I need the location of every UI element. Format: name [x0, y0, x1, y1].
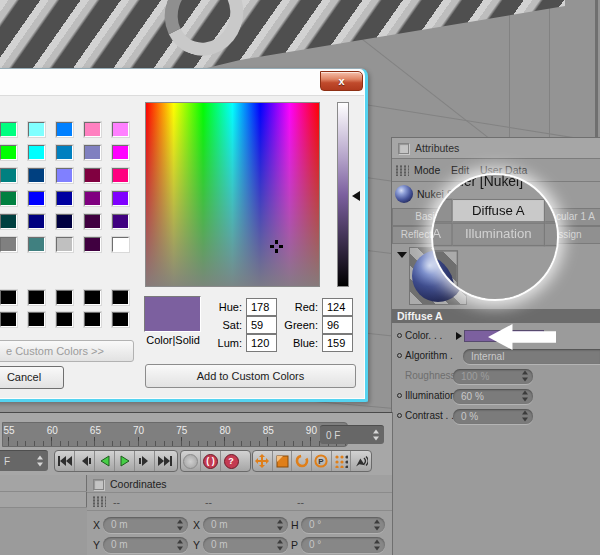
- color-swatch[interactable]: [84, 122, 101, 137]
- tab-diffuse-a[interactable]: Diffuse A: [453, 199, 545, 223]
- define-custom-colors-button[interactable]: e Custom Colors >>: [0, 340, 134, 362]
- stepper-icon[interactable]: [374, 540, 381, 551]
- color-swatch[interactable]: [112, 214, 129, 229]
- tab-illumination[interactable]: Illumination: [453, 222, 545, 246]
- previous-frame-button[interactable]: [75, 451, 95, 471]
- blue-input[interactable]: 159: [322, 334, 353, 352]
- anim-dot-icon[interactable]: [397, 413, 402, 418]
- color-swatch[interactable]: [112, 122, 129, 137]
- tab-reflection-a[interactable]: Reflection A: [433, 222, 453, 246]
- color-swatch[interactable]: [112, 312, 129, 327]
- color-swatch[interactable]: [28, 290, 45, 305]
- expand-triangle-icon[interactable]: [397, 252, 407, 258]
- grip-icon[interactable]: [395, 165, 409, 176]
- perspective-tool-icon[interactable]: P: [312, 451, 332, 471]
- color-swatch[interactable]: [84, 237, 101, 252]
- coord-h-input[interactable]: 0 °: [301, 517, 385, 533]
- coord-x-scale-input[interactable]: 0 m: [203, 517, 288, 533]
- roughness-input[interactable]: 100 %: [453, 369, 533, 384]
- grip-icon[interactable]: [92, 496, 106, 507]
- color-swatch[interactable]: [56, 290, 73, 305]
- anim-dot-icon[interactable]: [397, 333, 402, 338]
- cancel-button[interactable]: Cancel: [0, 366, 64, 389]
- play-forwards-button[interactable]: [115, 451, 135, 471]
- frame-end-field[interactable]: 0 F: [320, 425, 384, 444]
- color-swatch[interactable]: [0, 312, 17, 327]
- luminance-slider[interactable]: [337, 102, 349, 287]
- luminance-slider-handle[interactable]: [352, 191, 360, 201]
- algorithm-dropdown[interactable]: Internal: [463, 349, 600, 364]
- color-swatch[interactable]: [112, 237, 129, 252]
- stepper-icon[interactable]: [277, 520, 284, 531]
- panel-checkbox-icon[interactable]: [93, 479, 104, 490]
- close-icon[interactable]: x: [320, 71, 363, 91]
- color-swatch[interactable]: [28, 191, 45, 206]
- color-swatch[interactable]: [28, 145, 45, 160]
- play-backwards-button[interactable]: [95, 451, 115, 471]
- stepper-icon[interactable]: [177, 520, 184, 531]
- color-swatch[interactable]: [84, 191, 101, 206]
- timeline-ruler[interactable]: 5560657075808590: [2, 422, 348, 447]
- color-swatch[interactable]: [56, 214, 73, 229]
- color-swatch[interactable]: [28, 312, 45, 327]
- color-swatch[interactable]: [84, 290, 101, 305]
- contrast-input[interactable]: 0 %: [453, 409, 533, 424]
- stepper-icon[interactable]: [37, 456, 44, 467]
- red-input[interactable]: 124: [322, 298, 353, 316]
- color-swatch[interactable]: [56, 191, 73, 206]
- move-tool-icon[interactable]: [253, 451, 273, 471]
- next-frame-button[interactable]: [135, 451, 155, 471]
- illumination-input[interactable]: 60 %: [453, 389, 533, 404]
- color-swatch[interactable]: [0, 214, 17, 229]
- keyframe-record-button[interactable]: ( ): [201, 451, 221, 471]
- green-input[interactable]: 96: [322, 316, 353, 334]
- color-swatch[interactable]: [56, 168, 73, 183]
- go-to-start-button[interactable]: [55, 451, 75, 471]
- coord-p-input[interactable]: 0 °: [301, 537, 385, 553]
- color-swatch[interactable]: [56, 145, 73, 160]
- current-frame-field[interactable]: F: [0, 450, 48, 471]
- stepper-icon[interactable]: [522, 411, 529, 422]
- anim-dot-icon[interactable]: [397, 353, 402, 358]
- color-swatch[interactable]: [28, 122, 45, 137]
- color-crosshair-icon[interactable]: [270, 240, 283, 253]
- color-swatch[interactable]: [84, 168, 101, 183]
- coord-y-scale-input[interactable]: 0 m: [203, 537, 288, 553]
- anim-dot-icon[interactable]: [397, 393, 402, 398]
- color-swatch[interactable]: [28, 237, 45, 252]
- color-swatch[interactable]: [112, 168, 129, 183]
- panel-checkbox-icon[interactable]: [398, 143, 409, 154]
- color-swatch[interactable]: [0, 168, 17, 183]
- color-swatch[interactable]: [84, 312, 101, 327]
- coord-y-pos-input[interactable]: 0 m: [103, 537, 188, 553]
- color-swatch[interactable]: [0, 145, 17, 160]
- stepper-icon[interactable]: [522, 391, 529, 402]
- color-swatch[interactable]: [112, 191, 129, 206]
- hue-saturation-field[interactable]: [145, 102, 320, 287]
- autokey-help-button[interactable]: ?: [221, 451, 241, 471]
- stepper-icon[interactable]: [277, 540, 284, 551]
- color-swatch[interactable]: [28, 168, 45, 183]
- color-swatch[interactable]: [0, 122, 17, 137]
- coord-x-pos-input[interactable]: 0 m: [103, 517, 188, 533]
- color-swatch[interactable]: [0, 237, 17, 252]
- color-swatch[interactable]: [56, 122, 73, 137]
- color-swatch[interactable]: [112, 145, 129, 160]
- stepper-icon[interactable]: [522, 371, 529, 382]
- speaker-icon[interactable]: [351, 451, 371, 471]
- color-swatch[interactable]: [112, 290, 129, 305]
- stepper-icon[interactable]: [373, 430, 380, 441]
- go-to-end-button[interactable]: [155, 451, 175, 471]
- color-swatch[interactable]: [56, 237, 73, 252]
- stepper-icon[interactable]: [374, 520, 381, 531]
- stepper-icon[interactable]: [177, 540, 184, 551]
- add-to-custom-colors-button[interactable]: Add to Custom Colors: [145, 364, 356, 388]
- record-disabled-button[interactable]: [181, 451, 201, 471]
- scale-tool-icon[interactable]: [273, 451, 293, 471]
- menu-mode[interactable]: Mode: [414, 164, 440, 176]
- color-swatch[interactable]: [28, 214, 45, 229]
- tab-assign[interactable]: Assign: [545, 222, 557, 246]
- color-swatch[interactable]: [84, 214, 101, 229]
- color-swatch[interactable]: [0, 290, 17, 305]
- axis-lock-grid-icon[interactable]: [332, 451, 352, 471]
